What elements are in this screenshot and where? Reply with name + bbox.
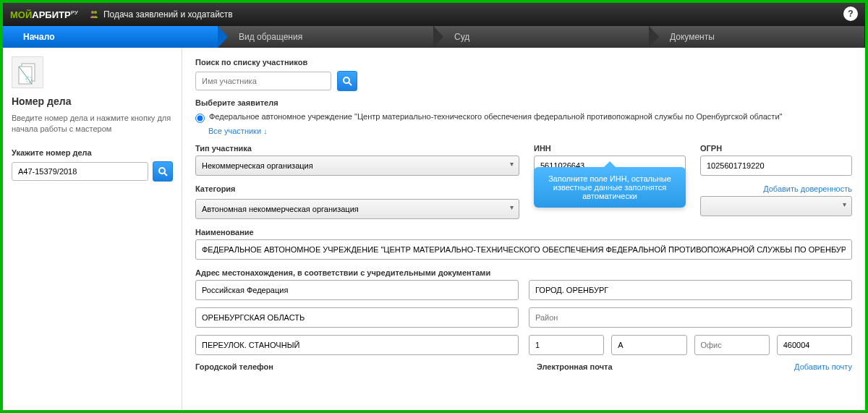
wizard-steps: Начало Вид обращения Суд Документы bbox=[3, 26, 865, 48]
applicant-label: Выберите заявителя bbox=[195, 98, 852, 107]
category-label: Категория bbox=[195, 184, 236, 193]
attorney-select[interactable] bbox=[700, 196, 852, 216]
case-search-button[interactable] bbox=[153, 161, 173, 182]
inn-label: ИНН bbox=[534, 144, 686, 153]
sidebar: Номер дела Введите номер дела и нажмите … bbox=[3, 48, 182, 410]
search-icon bbox=[158, 166, 168, 176]
phone-label: Городской телефон bbox=[195, 362, 273, 371]
add-attorney-link[interactable]: Добавить доверенность bbox=[763, 184, 852, 193]
ogrn-input[interactable] bbox=[700, 156, 852, 176]
svg-point-8 bbox=[344, 77, 349, 83]
step-documents[interactable]: Документы bbox=[650, 26, 865, 48]
ogrn-label: ОГРН bbox=[700, 144, 852, 153]
step-court[interactable]: Суд bbox=[434, 26, 650, 48]
svg-line-9 bbox=[349, 82, 352, 85]
street-input[interactable] bbox=[195, 335, 519, 355]
email-label: Электронная почта bbox=[537, 362, 794, 371]
participant-type-label: Тип участника bbox=[195, 144, 519, 153]
app-header: МОЙАРБИТРРУ Подача заявлений и ходатайст… bbox=[3, 3, 865, 26]
postcode-input[interactable] bbox=[777, 335, 852, 355]
name-label: Наименование bbox=[195, 228, 852, 237]
all-participants-link[interactable]: Все участники ↓ bbox=[208, 127, 268, 135]
address-label: Адрес местонахождения, в соответствии с … bbox=[195, 268, 852, 277]
add-email-link[interactable]: Добавить почту bbox=[794, 362, 852, 371]
sidebar-title: Номер дела bbox=[12, 95, 173, 107]
svg-point-6 bbox=[159, 168, 165, 174]
svg-point-1 bbox=[94, 11, 97, 14]
svg-point-0 bbox=[91, 11, 94, 14]
name-input[interactable] bbox=[195, 239, 852, 260]
house-input[interactable] bbox=[529, 335, 604, 355]
participant-search-button[interactable] bbox=[337, 71, 357, 91]
svg-line-7 bbox=[164, 173, 167, 176]
applicant-option-label: Федеральное автономное учреждение "Центр… bbox=[209, 111, 782, 122]
city-input[interactable] bbox=[529, 280, 852, 300]
people-icon bbox=[89, 9, 99, 20]
content-area: Поиск по списку участников Выберите заяв… bbox=[182, 48, 865, 410]
participant-type-select[interactable]: Некоммерческая организация bbox=[195, 156, 519, 176]
logo: МОЙАРБИТРРУ bbox=[10, 9, 78, 20]
step-start[interactable]: Начало bbox=[3, 26, 218, 48]
step-type[interactable]: Вид обращения bbox=[218, 26, 434, 48]
category-select[interactable]: Автономная некоммерческая организация bbox=[195, 199, 519, 219]
district-input[interactable] bbox=[529, 307, 852, 328]
case-number-input[interactable] bbox=[12, 162, 148, 181]
help-icon[interactable]: ? bbox=[843, 7, 858, 21]
sidebar-description: Введите номер дела и нажмите кнопку для … bbox=[12, 113, 173, 135]
applicant-radio[interactable] bbox=[195, 114, 205, 123]
region-input[interactable] bbox=[195, 307, 519, 328]
search-icon bbox=[342, 76, 352, 86]
participant-search-input[interactable] bbox=[195, 72, 331, 90]
page-title: Подача заявлений и ходатайств bbox=[103, 9, 233, 20]
case-number-label: Укажите номер дела bbox=[12, 148, 173, 157]
building-input[interactable] bbox=[611, 335, 686, 355]
inn-tooltip: Заполните поле ИНН, остальные известные … bbox=[534, 167, 686, 208]
office-input[interactable] bbox=[694, 335, 770, 355]
document-icon bbox=[12, 56, 43, 88]
participant-search-label: Поиск по списку участников bbox=[195, 58, 852, 67]
country-input[interactable] bbox=[195, 280, 519, 300]
